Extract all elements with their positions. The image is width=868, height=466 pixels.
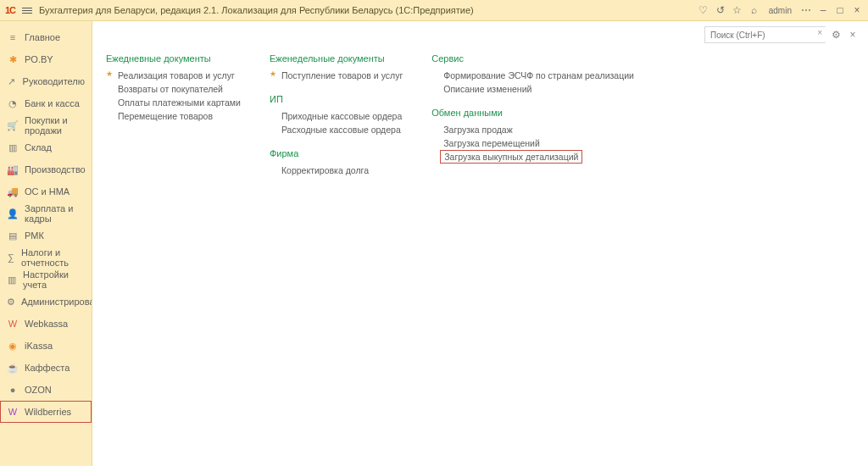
sidebar-label: Налоги и отчетность [21, 247, 85, 268]
sidebar-label: PO.BY [25, 54, 53, 64]
star-icon[interactable]: ☆ [732, 4, 743, 16]
close-panel-icon[interactable]: × [846, 28, 860, 42]
section-link[interactable]: Возвраты от покупателей [106, 82, 241, 96]
app-logo: 1C [5, 5, 15, 15]
overflow-icon[interactable]: ⋯ [800, 4, 812, 16]
section-heading: Сервис [431, 53, 634, 64]
sidebar-label: Зарплата и кадры [25, 203, 85, 224]
sidebar-icon: ▤ [7, 230, 19, 241]
sidebar-icon: ◔ [7, 98, 19, 109]
sidebar-item[interactable]: ▥Склад [0, 136, 92, 158]
sidebar-icon: ↗ [7, 76, 17, 87]
history-icon[interactable]: ↺ [715, 4, 726, 16]
sidebar-item[interactable]: ●OZON [0, 379, 92, 401]
section-column: Ежедневные документыРеализация товаров и… [106, 53, 241, 177]
section-link[interactable]: Корректировка долга [270, 164, 403, 177]
section-columns: Ежедневные документыРеализация товаров и… [106, 53, 854, 177]
sidebar-label: Администрирование [21, 297, 92, 307]
section-list: Приходные кассовые ордераРасходные кассо… [270, 109, 403, 136]
section-heading: Обмен данными [431, 108, 634, 118]
sidebar-icon: 🚚 [7, 186, 19, 197]
section-column: Еженедельные документыПоступление товаро… [270, 53, 403, 177]
sidebar-icon: ▥ [7, 275, 17, 286]
sidebar-item[interactable]: ∑Налоги и отчетность [0, 247, 92, 269]
sidebar-icon: ≡ [7, 32, 19, 42]
sidebar-item[interactable]: ▤РМК [0, 225, 92, 247]
sidebar-label: Настройки учета [23, 269, 85, 290]
main-area: × ⚙ × Ежедневные документыРеализация тов… [92, 21, 868, 466]
sidebar-label: iKassa [25, 341, 53, 351]
section-heading: Еженедельные документы [270, 53, 403, 64]
sidebar-item[interactable]: ⚙Администрирование [0, 291, 92, 313]
section-list: Загрузка продажЗагрузка перемещенийЗагру… [431, 123, 634, 164]
sidebar-label: Покупки и продажи [25, 115, 85, 136]
section-heading: Фирма [270, 148, 403, 158]
sidebar-item[interactable]: 🛒Покупки и продажи [0, 114, 92, 136]
sidebar-item[interactable]: ◉iKassa [0, 335, 92, 357]
sidebar-icon: 🛒 [7, 120, 19, 131]
sidebar-icon: ▥ [7, 142, 19, 153]
sidebar-item[interactable]: WWebkassa [0, 313, 92, 335]
sidebar-label: Производство [25, 164, 86, 175]
sidebar-icon: ∑ [7, 252, 15, 263]
sidebar-label: ОС и НМА [25, 186, 70, 197]
sidebar-item[interactable]: ▥Настройки учета [0, 269, 92, 291]
settings-icon[interactable]: ⚙ [829, 28, 843, 42]
search-input[interactable] [704, 26, 826, 43]
sidebar-icon: ◉ [7, 341, 19, 352]
section-link[interactable]: Приходные кассовые ордера [270, 109, 403, 123]
section-link[interactable]: Оплаты платежными картами [106, 96, 241, 109]
sidebar-icon: W [7, 319, 19, 329]
sidebar-item[interactable]: ☕Каффеста [0, 357, 92, 379]
sidebar-icon: 👤 [7, 208, 19, 219]
section-column: СервисФормирование ЭСЧФ по странам реали… [431, 53, 634, 177]
sidebar: ≡Главное✱PO.BY↗Руководителю◔Банк и касса… [0, 21, 92, 466]
sidebar-item[interactable]: 👤Зарплата и кадры [0, 202, 92, 225]
sidebar-label: Руководителю [23, 76, 85, 86]
sidebar-label: Webkassa [25, 319, 68, 329]
section-link[interactable]: Реализация товаров и услуг [106, 69, 241, 82]
clear-search-icon[interactable]: × [817, 28, 822, 37]
section-link[interactable]: Перемещение товаров [106, 109, 241, 123]
sidebar-icon: ✱ [7, 54, 19, 65]
sidebar-label: Банк и касса [25, 98, 80, 108]
window-title: Бухгалтерия для Беларуси, редакция 2.1. … [39, 5, 474, 15]
current-user[interactable]: admin [769, 6, 792, 15]
sidebar-icon: W [7, 407, 19, 417]
sidebar-label: Каффеста [25, 363, 70, 373]
minimize-button[interactable]: – [817, 4, 829, 16]
section-heading: Ежедневные документы [106, 53, 241, 64]
section-link[interactable]: Расходные кассовые ордера [270, 123, 403, 136]
sidebar-icon: ⚙ [7, 297, 15, 308]
sidebar-item[interactable]: 🏭Производство [0, 158, 92, 180]
search-icon[interactable]: ⌕ [748, 4, 760, 16]
sidebar-icon: ☕ [7, 363, 19, 374]
section-list: Формирование ЭСЧФ по странам реализацииО… [431, 69, 634, 96]
menu-icon[interactable] [20, 6, 34, 15]
restore-button[interactable]: □ [834, 4, 846, 16]
section-link[interactable]: Формирование ЭСЧФ по странам реализации [431, 69, 634, 82]
close-button[interactable]: × [851, 4, 863, 16]
section-link[interactable]: Поступление товаров и услуг [270, 69, 403, 82]
search-box: × [704, 26, 826, 43]
bell-icon[interactable]: ♡ [698, 4, 709, 16]
section-list: Реализация товаров и услугВозвраты от по… [106, 69, 241, 123]
topbar: 1C Бухгалтерия для Беларуси, редакция 2.… [0, 0, 868, 21]
section-link[interactable]: Загрузка перемещений [431, 136, 634, 150]
sidebar-item[interactable]: ✱PO.BY [0, 48, 92, 70]
sidebar-item[interactable]: ↗Руководителю [0, 70, 92, 92]
sidebar-item[interactable]: ◔Банк и касса [0, 92, 92, 114]
section-list: Корректировка долга [270, 164, 403, 177]
sidebar-item[interactable]: 🚚ОС и НМА [0, 180, 92, 202]
sidebar-item[interactable]: WWildberries [0, 401, 92, 423]
sidebar-label: Wildberries [25, 407, 71, 417]
sidebar-label: OZON [25, 385, 52, 395]
sidebar-label: Главное [25, 32, 60, 42]
section-link[interactable]: Загрузка продаж [431, 123, 634, 136]
sidebar-icon: ● [7, 385, 19, 395]
section-link[interactable]: Описание изменений [431, 82, 634, 96]
sidebar-item[interactable]: ≡Главное [0, 26, 92, 48]
section-link[interactable]: Загрузка выкупных детализаций [440, 150, 582, 164]
content-toolbar: × ⚙ × [704, 26, 860, 43]
sidebar-label: Склад [25, 142, 52, 153]
